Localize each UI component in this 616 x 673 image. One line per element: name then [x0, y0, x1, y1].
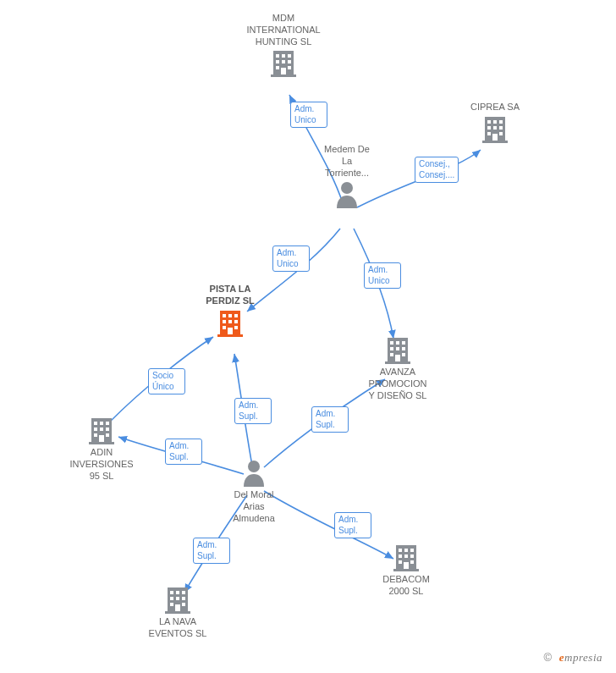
edge-label-delmoral-avanza: Adm. Supl.: [311, 406, 349, 433]
svg-rect-46: [100, 422, 103, 425]
svg-rect-6: [288, 60, 291, 63]
node-label: ADIN INVERSIONES 95 SL: [51, 447, 152, 482]
svg-rect-23: [223, 314, 226, 317]
node-avanza[interactable]: AVANZA PROMOCION Y DISEÑO SL: [347, 334, 448, 401]
svg-rect-13: [493, 120, 497, 124]
svg-rect-19: [499, 132, 503, 135]
svg-rect-15: [487, 126, 491, 130]
svg-rect-67: [170, 591, 173, 594]
svg-rect-51: [94, 433, 97, 437]
company-icon: [163, 586, 192, 616]
svg-rect-8: [288, 66, 291, 69]
svg-rect-57: [404, 549, 408, 552]
svg-rect-58: [410, 549, 414, 552]
svg-rect-71: [176, 597, 179, 600]
node-mdm[interactable]: MDM INTERNATIONAL HUNTING SL: [233, 13, 334, 80]
edge-label-delmoral-debacom: Adm. Supl.: [334, 512, 371, 538]
building-icon: [216, 309, 245, 338]
svg-rect-68: [176, 591, 179, 594]
svg-rect-16: [493, 126, 497, 130]
building-icon: [481, 115, 509, 144]
svg-rect-37: [390, 347, 393, 350]
node-debacom[interactable]: DEBACOM 2000 SL: [355, 542, 457, 598]
svg-rect-50: [106, 428, 109, 431]
edge-label-delmoral-adin: Adm. Supl.: [165, 439, 202, 465]
node-label: Medem De La Torriente...: [296, 144, 398, 179]
svg-rect-35: [396, 341, 399, 345]
node-label: DEBACOM 2000 SL: [355, 574, 457, 598]
copyright-symbol: ©: [544, 651, 553, 664]
svg-rect-14: [499, 120, 503, 124]
building-icon: [383, 336, 412, 365]
building-icon: [163, 586, 192, 615]
node-delmoral[interactable]: Del Moral Arias Almudena: [203, 457, 305, 524]
svg-rect-69: [182, 591, 185, 594]
building-icon: [269, 49, 298, 78]
brand-rest: mpresia: [564, 651, 602, 664]
svg-rect-38: [396, 347, 399, 350]
svg-rect-48: [94, 428, 97, 431]
svg-rect-62: [399, 560, 402, 564]
svg-rect-74: [182, 603, 185, 606]
svg-rect-36: [402, 341, 405, 345]
company-icon: [481, 115, 509, 146]
company-icon: [269, 49, 298, 80]
svg-rect-21: [482, 141, 508, 143]
company-icon: [216, 309, 245, 339]
svg-rect-29: [223, 326, 226, 329]
edge-label-medem-avanza: Adm. Unico: [364, 262, 401, 289]
svg-rect-76: [165, 611, 190, 614]
svg-rect-30: [234, 326, 238, 329]
svg-rect-70: [170, 597, 173, 600]
svg-rect-27: [228, 320, 232, 323]
svg-rect-56: [399, 549, 402, 552]
person-icon: [241, 459, 267, 488]
svg-rect-4: [276, 60, 279, 63]
edge-label-medem-pista: Adm. Unico: [272, 245, 310, 272]
diagram-canvas: MDM INTERNATIONAL HUNTING SL CIPREA SA P…: [0, 0, 616, 673]
svg-rect-34: [390, 341, 393, 345]
svg-point-77: [341, 182, 353, 194]
edge-label-delmoral-pista: Adm. Supl.: [234, 398, 272, 424]
svg-rect-63: [410, 560, 414, 564]
node-label: MDM INTERNATIONAL HUNTING SL: [233, 13, 334, 47]
svg-rect-7: [276, 66, 279, 69]
svg-rect-40: [390, 353, 393, 356]
building-icon: [87, 416, 116, 445]
node-lanava[interactable]: LA NAVA EVENTOS SL: [127, 584, 228, 640]
edge-label-medem-mdm: Adm. Unico: [290, 102, 327, 128]
svg-rect-39: [402, 347, 405, 350]
svg-rect-17: [499, 126, 503, 130]
watermark: © empresia: [544, 651, 602, 665]
svg-rect-47: [106, 422, 109, 425]
svg-rect-12: [487, 120, 491, 124]
svg-rect-45: [94, 422, 97, 425]
node-medem[interactable]: Medem De La Torriente...: [296, 144, 398, 211]
node-label: Del Moral Arias Almudena: [203, 489, 305, 524]
svg-rect-65: [393, 569, 419, 571]
svg-rect-43: [385, 361, 410, 364]
svg-rect-18: [487, 132, 491, 135]
svg-rect-72: [182, 597, 185, 600]
node-ciprea[interactable]: CIPREA SA: [444, 102, 546, 146]
company-icon: [392, 543, 421, 574]
edge-label-medem-ciprea: Consej., Consej....: [415, 157, 459, 183]
svg-rect-1: [276, 54, 279, 58]
svg-rect-24: [228, 314, 232, 317]
node-label: AVANZA PROMOCION Y DISEÑO SL: [347, 367, 448, 401]
svg-point-78: [248, 461, 260, 472]
svg-rect-26: [223, 320, 226, 323]
svg-rect-28: [234, 320, 238, 323]
node-pista[interactable]: PISTA LA PERDIZ SL: [179, 284, 281, 339]
company-icon: [87, 416, 116, 447]
svg-rect-61: [410, 554, 414, 558]
edge-label-adin-pista: Socio Único: [148, 368, 185, 394]
node-adin[interactable]: ADIN INVERSIONES 95 SL: [51, 415, 152, 482]
node-label: PISTA LA PERDIZ SL: [179, 284, 281, 307]
svg-rect-60: [404, 554, 408, 558]
person-icon: [334, 180, 360, 209]
node-label: CIPREA SA: [444, 102, 546, 113]
svg-rect-54: [89, 442, 114, 444]
person-icon: [241, 459, 267, 489]
svg-rect-49: [100, 428, 103, 431]
